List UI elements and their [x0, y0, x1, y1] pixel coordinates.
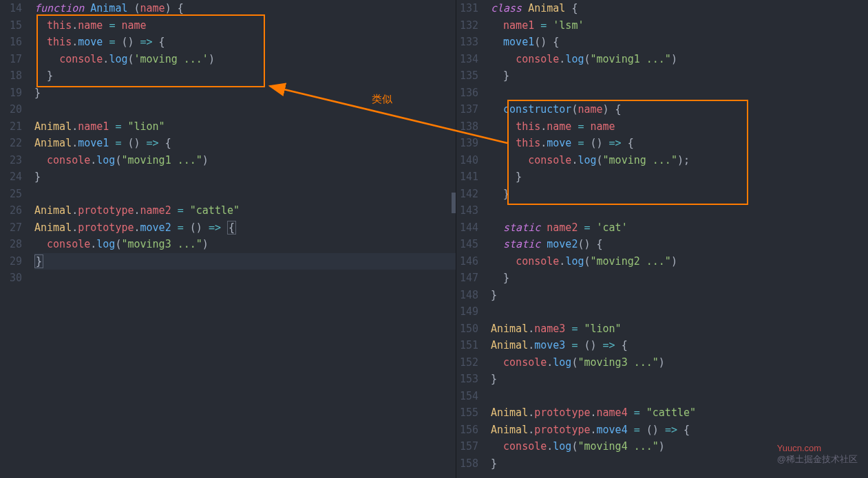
- line-number: 135: [456, 67, 478, 85]
- line-number: 20: [0, 101, 22, 118]
- line-number: 23: [0, 152, 22, 169]
- editor-split-view: 1415161718192021222324252627282930 funct…: [0, 0, 868, 478]
- line-number: 147: [456, 270, 478, 287]
- code-line[interactable]: Animal.prototype.name4 = "cattle": [491, 404, 868, 422]
- code-line[interactable]: console.log('moving ...'): [34, 51, 456, 68]
- code-line[interactable]: }: [34, 67, 456, 85]
- code-line[interactable]: }: [491, 169, 868, 186]
- code-line[interactable]: console.log("moving3 ..."): [34, 236, 456, 253]
- line-number: 30: [0, 270, 22, 287]
- code-line[interactable]: console.log("moving1 ..."): [34, 152, 456, 169]
- line-number: 150: [456, 321, 478, 338]
- line-number: 134: [456, 51, 478, 68]
- code-line[interactable]: }: [491, 67, 868, 85]
- line-number: 158: [456, 455, 478, 472]
- line-number: 148: [456, 287, 478, 304]
- line-number: 132: [456, 17, 478, 34]
- code-line[interactable]: }: [491, 270, 868, 287]
- line-number: 29: [0, 253, 22, 270]
- line-number: 154: [456, 388, 478, 405]
- line-number: 26: [0, 202, 22, 219]
- code-line[interactable]: [491, 388, 868, 405]
- code-line[interactable]: Animal.move1 = () => {: [34, 135, 456, 152]
- line-number: 139: [456, 135, 478, 152]
- line-number: 138: [456, 118, 478, 135]
- line-number: 24: [0, 169, 22, 186]
- line-number: 21: [0, 118, 22, 135]
- code-line[interactable]: }: [491, 287, 868, 304]
- line-number: 143: [456, 202, 478, 219]
- code-line[interactable]: this.name = name: [34, 17, 456, 34]
- left-code-area[interactable]: function Animal (name) { this.name = nam…: [34, 0, 456, 478]
- code-line[interactable]: console.log("moving ...");: [491, 152, 868, 169]
- code-line[interactable]: Animal.move3 = () => {: [491, 337, 868, 354]
- line-number: 141: [456, 169, 478, 186]
- line-number: 27: [0, 219, 22, 237]
- line-number: 18: [0, 67, 22, 85]
- line-number: 157: [456, 438, 478, 455]
- line-number: 153: [456, 371, 478, 388]
- code-line[interactable]: static move2() {: [491, 236, 868, 253]
- left-editor-pane[interactable]: 1415161718192021222324252627282930 funct…: [0, 0, 456, 478]
- watermark-sub: @稀土掘金技术社区: [777, 454, 858, 464]
- code-line[interactable]: this.name = name: [491, 118, 868, 135]
- code-line[interactable]: class Animal {: [491, 0, 868, 17]
- code-line[interactable]: [34, 101, 456, 118]
- line-number: 19: [0, 85, 22, 102]
- line-number: 25: [0, 186, 22, 203]
- code-line[interactable]: }: [34, 253, 456, 270]
- code-line[interactable]: Animal.prototype.name2 = "cattle": [34, 202, 456, 219]
- line-number: 28: [0, 236, 22, 253]
- code-line[interactable]: Animal.name1 = "lion": [34, 118, 456, 135]
- code-line[interactable]: Animal.name3 = "lion": [491, 321, 868, 338]
- code-line[interactable]: Animal.prototype.move4 = () => {: [491, 422, 868, 439]
- code-line[interactable]: Animal.prototype.move2 = () => {: [34, 219, 456, 237]
- code-line[interactable]: }: [491, 371, 868, 388]
- line-number: 140: [456, 152, 478, 169]
- code-line[interactable]: }: [491, 186, 868, 203]
- line-number: 149: [456, 303, 478, 321]
- line-number: 144: [456, 219, 478, 237]
- line-number: 136: [456, 85, 478, 102]
- line-number: 151: [456, 337, 478, 354]
- line-number: 16: [0, 34, 22, 51]
- line-number: 156: [456, 422, 478, 439]
- line-number: 145: [456, 236, 478, 253]
- code-line[interactable]: name1 = 'lsm': [491, 17, 868, 34]
- line-number: 14: [0, 0, 22, 17]
- right-editor-pane[interactable]: 1311321331341351361371381391401411421431…: [456, 0, 868, 478]
- code-line[interactable]: console.log("moving1 ..."): [491, 51, 868, 68]
- line-number: 131: [456, 0, 478, 17]
- code-line[interactable]: this.move = () => {: [34, 34, 456, 51]
- code-line[interactable]: [491, 85, 868, 102]
- line-number: 146: [456, 253, 478, 270]
- watermark-brand: Yuucn.com: [777, 443, 821, 453]
- minimap-indicator[interactable]: [452, 193, 456, 213]
- code-line[interactable]: [34, 270, 456, 287]
- left-line-gutter: 1415161718192021222324252627282930: [0, 0, 34, 478]
- annotation-label: 类似: [372, 93, 392, 106]
- line-number: 152: [456, 354, 478, 371]
- code-line[interactable]: [491, 303, 868, 321]
- code-line[interactable]: constructor(name) {: [491, 101, 868, 118]
- right-line-gutter: 1311321331341351361371381391401411421431…: [456, 0, 491, 478]
- code-line[interactable]: console.log("moving3 ..."): [491, 354, 868, 371]
- watermark: Yuucn.com @稀土掘金技术社区: [777, 443, 858, 466]
- code-line[interactable]: [34, 186, 456, 203]
- line-number: 17: [0, 51, 22, 68]
- code-line[interactable]: console.log("moving2 ..."): [491, 253, 868, 270]
- code-line[interactable]: }: [34, 85, 456, 102]
- code-line[interactable]: static name2 = 'cat': [491, 219, 868, 237]
- line-number: 142: [456, 186, 478, 203]
- line-number: 155: [456, 404, 478, 422]
- line-number: 15: [0, 17, 22, 34]
- code-line[interactable]: [491, 202, 868, 219]
- line-number: 133: [456, 34, 478, 51]
- right-code-area[interactable]: class Animal { name1 = 'lsm' move1() { c…: [491, 0, 868, 478]
- line-number: 22: [0, 135, 22, 152]
- code-line[interactable]: function Animal (name) {: [34, 0, 456, 17]
- line-number: 137: [456, 101, 478, 118]
- code-line[interactable]: move1() {: [491, 34, 868, 51]
- code-line[interactable]: this.move = () => {: [491, 135, 868, 152]
- code-line[interactable]: }: [34, 169, 456, 186]
